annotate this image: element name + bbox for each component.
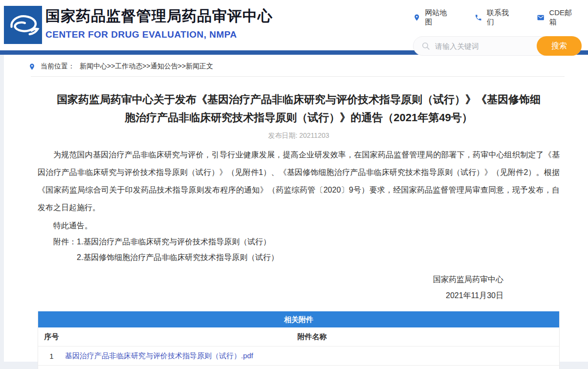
breadcrumb-label: 当前位置： bbox=[41, 62, 75, 71]
quick-link-label: 联系我们 bbox=[487, 8, 515, 27]
breadcrumb-item-news-center[interactable]: 新闻中心 bbox=[80, 62, 107, 70]
search-bar: 搜索 bbox=[413, 36, 582, 56]
search-icon bbox=[421, 42, 431, 51]
attachment-list-line-2: 2.基因修饰细胞治疗产品非临床研究技术指导原则（试行） bbox=[38, 250, 560, 265]
article: 国家药监局药审中心关于发布《基因治疗产品非临床研究与评价技术指导原则（试行）》《… bbox=[4, 90, 588, 369]
quick-link-label: 网站地图 bbox=[425, 8, 453, 27]
mail-icon bbox=[537, 14, 544, 22]
breadcrumb-separator: >> bbox=[178, 62, 186, 70]
breadcrumb-separator: >> bbox=[107, 62, 115, 70]
quick-links: 网站地图 联系我们 CDE邮箱 bbox=[413, 8, 578, 27]
attachment-row-number: 1 bbox=[38, 352, 65, 360]
attachments-table: 相关附件 序号 附件名称 1 基因治疗产品非临床研究与评价技术指导原则（试行）.… bbox=[38, 311, 560, 369]
breadcrumb: 当前位置： 新闻中心>>工作动态>>通知公告>>新闻正文 bbox=[4, 55, 588, 76]
column-header-name: 附件名称 bbox=[65, 332, 559, 342]
breadcrumb-item-work-trends[interactable]: 工作动态 bbox=[115, 62, 142, 70]
brand-titles: 国家药品监督管理局药品审评中心 CENTER FOR DRUG EVALUATI… bbox=[45, 6, 273, 40]
breadcrumb-divider bbox=[31, 76, 565, 77]
main-content-panel: 当前位置： 新闻中心>>工作动态>>通知公告>>新闻正文 国家药监局药审中心关于… bbox=[4, 55, 588, 362]
table-row: 2 基因修饰细胞治疗产品非临床研究技术指导原则（试行）.pdf bbox=[38, 365, 559, 369]
breadcrumb-item-notices[interactable]: 通知公告 bbox=[151, 62, 178, 70]
quick-link-label: CDE邮箱 bbox=[549, 8, 578, 27]
attachment-list-line-1: 附件：1.基因治疗产品非临床研究与评价技术指导原则（试行） bbox=[38, 234, 560, 250]
signature-date: 2021年11月30日 bbox=[38, 287, 503, 304]
notice-line: 特此通告。 bbox=[38, 217, 560, 234]
search-button[interactable]: 搜索 bbox=[537, 36, 582, 56]
breadcrumb-item-article[interactable]: 新闻正文 bbox=[186, 62, 213, 70]
phone-icon bbox=[475, 14, 482, 22]
location-pin-icon bbox=[28, 63, 36, 70]
article-paragraph: 为规范国内基因治疗产品非临床研究与评价，引导行业健康发展，提高企业研发效率，在国… bbox=[38, 146, 560, 217]
publish-date: 发布日期: 20211203 bbox=[38, 131, 560, 140]
breadcrumb-path: 新闻中心>>工作动态>>通知公告>>新闻正文 bbox=[80, 62, 213, 71]
column-header-no: 序号 bbox=[38, 332, 65, 342]
breadcrumb-separator: >> bbox=[142, 62, 150, 70]
site-title-en: CENTER FOR DRUG EVALUATION, NMPA bbox=[45, 29, 273, 40]
site-header: 国家药品监督管理局药品审评中心 CENTER FOR DRUG EVALUATI… bbox=[0, 0, 588, 50]
table-row: 1 基因治疗产品非临床研究与评价技术指导原则（试行）.pdf bbox=[38, 346, 559, 365]
signature-org: 国家药监局药审中心 bbox=[38, 271, 503, 287]
map-pin-icon bbox=[413, 14, 420, 22]
cde-logo[interactable] bbox=[4, 6, 42, 44]
header-right: 网站地图 联系我们 CDE邮箱 搜索 bbox=[413, 8, 584, 56]
site-title-zh: 国家药品监督管理局药品审评中心 bbox=[45, 6, 273, 26]
search-input[interactable] bbox=[435, 37, 533, 55]
attachment-pdf-link-1[interactable]: 基因治疗产品非临床研究与评价技术指导原则（试行）.pdf bbox=[65, 351, 253, 360]
quick-link-sitemap[interactable]: 网站地图 bbox=[413, 8, 453, 27]
attachments-table-header-row: 序号 附件名称 bbox=[38, 327, 559, 346]
attachments-table-title: 相关附件 bbox=[38, 311, 559, 327]
quick-link-mailbox[interactable]: CDE邮箱 bbox=[537, 8, 578, 27]
article-title: 国家药监局药审中心关于发布《基因治疗产品非临床研究与评价技术指导原则（试行）》《… bbox=[52, 90, 545, 127]
quick-link-contact[interactable]: 联系我们 bbox=[475, 8, 515, 27]
signature-block: 国家药监局药审中心 2021年11月30日 bbox=[38, 271, 560, 304]
